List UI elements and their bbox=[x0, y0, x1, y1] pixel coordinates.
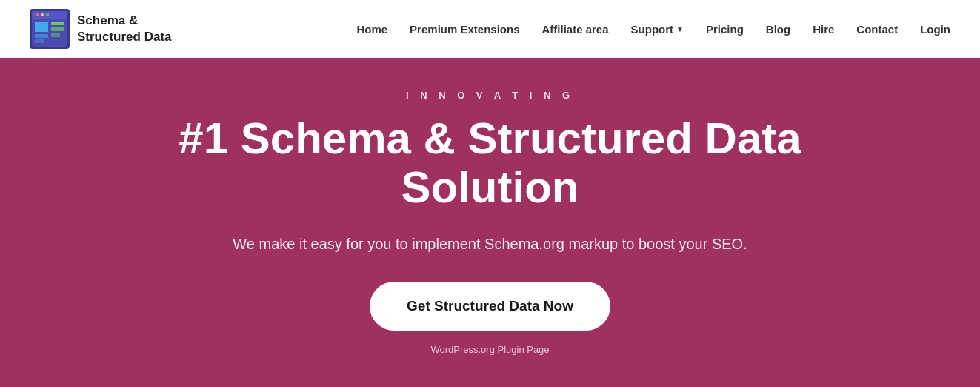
nav-contact[interactable]: Contact bbox=[856, 23, 898, 36]
nav-home[interactable]: Home bbox=[356, 23, 387, 36]
svg-rect-7 bbox=[35, 34, 48, 38]
logo-icon bbox=[30, 9, 70, 49]
cta-button[interactable]: Get Structured Data Now bbox=[370, 282, 610, 331]
svg-point-4 bbox=[41, 13, 44, 16]
nav-premium-extensions[interactable]: Premium Extensions bbox=[410, 23, 519, 36]
svg-rect-6 bbox=[35, 22, 48, 32]
nav-affiliate-area[interactable]: Affiliate area bbox=[542, 23, 609, 36]
nav-hire[interactable]: Hire bbox=[813, 23, 834, 36]
site-header: Schema & Structured Data Home Premium Ex… bbox=[0, 0, 980, 58]
nav-blog[interactable]: Blog bbox=[766, 23, 790, 36]
svg-rect-11 bbox=[51, 33, 60, 37]
logo-text: Schema & Structured Data bbox=[77, 13, 172, 45]
svg-rect-8 bbox=[35, 39, 44, 43]
svg-point-5 bbox=[46, 13, 49, 16]
wordpress-link[interactable]: WordPress.org Plugin Page bbox=[430, 344, 549, 355]
svg-rect-10 bbox=[51, 27, 64, 31]
nav-login[interactable]: Login bbox=[920, 23, 950, 36]
svg-rect-9 bbox=[51, 22, 64, 25]
hero-title: #1 Schema & Structured Data Solution bbox=[120, 114, 861, 212]
svg-point-3 bbox=[36, 13, 39, 16]
logo[interactable]: Schema & Structured Data bbox=[30, 9, 172, 49]
hero-section: I N N O V A T I N G #1 Schema & Structur… bbox=[0, 58, 980, 387]
innovating-label: I N N O V A T I N G bbox=[406, 90, 574, 101]
hero-subtitle: We make it easy for you to implement Sch… bbox=[233, 233, 747, 255]
nav-pricing[interactable]: Pricing bbox=[706, 23, 744, 36]
chevron-down-icon: ▼ bbox=[676, 25, 684, 33]
main-nav: Home Premium Extensions Affiliate area S… bbox=[356, 23, 950, 36]
nav-support[interactable]: Support ▼ bbox=[631, 23, 684, 36]
